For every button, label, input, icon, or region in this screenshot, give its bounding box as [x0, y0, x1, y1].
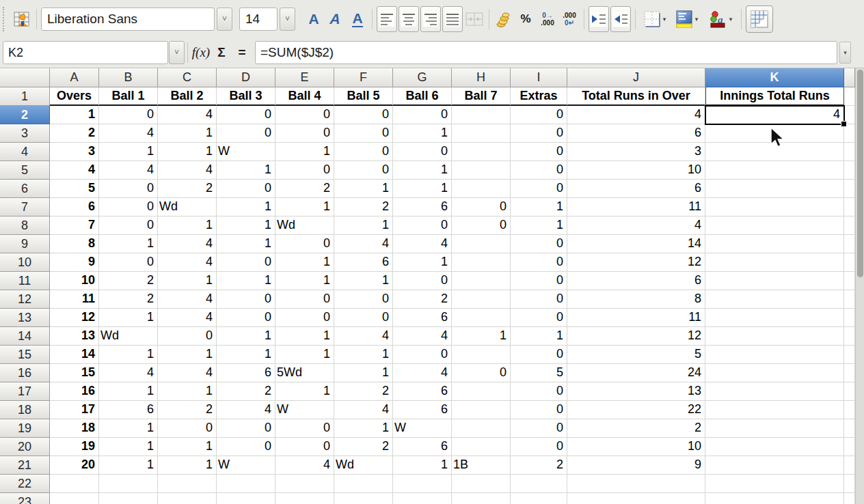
- cell-C17[interactable]: 1: [158, 382, 217, 401]
- cell-D13[interactable]: 0: [217, 309, 275, 327]
- row-header-19[interactable]: 19: [0, 419, 50, 438]
- cell-D8[interactable]: 1: [217, 216, 275, 235]
- row-header-1[interactable]: 1: [0, 87, 50, 106]
- cell-E21[interactable]: 4: [275, 456, 334, 475]
- formula-input[interactable]: =SUM($J$2): [255, 41, 837, 64]
- cell-H17[interactable]: [452, 382, 511, 401]
- cell-F18[interactable]: 4: [334, 401, 393, 419]
- cell-K20[interactable]: [705, 438, 844, 456]
- cell-E11[interactable]: 1: [275, 272, 334, 290]
- cell-C10[interactable]: 4: [158, 253, 217, 272]
- column-header-E[interactable]: E: [275, 68, 334, 87]
- cell-A19[interactable]: 18: [50, 419, 99, 438]
- cell-I8[interactable]: 1: [511, 216, 567, 235]
- cell-sliver-17[interactable]: [844, 382, 855, 401]
- align-center-button[interactable]: [399, 6, 419, 32]
- cell-F22[interactable]: [334, 475, 393, 493]
- cell-sliver-19[interactable]: [844, 419, 855, 438]
- cell-J1[interactable]: Total Runs in Over: [567, 87, 705, 106]
- cell-A22[interactable]: [50, 475, 99, 493]
- cell-G13[interactable]: 6: [393, 309, 452, 327]
- cell-I14[interactable]: 1: [511, 327, 567, 346]
- cell-C2[interactable]: 4: [158, 106, 217, 124]
- cell-G9[interactable]: 4: [393, 235, 452, 253]
- cell-K15[interactable]: [705, 346, 844, 364]
- toolbar-grip[interactable]: [3, 7, 8, 31]
- cell-A8[interactable]: 7: [50, 216, 99, 235]
- column-header-D[interactable]: D: [217, 68, 275, 87]
- cell-C14[interactable]: 0: [158, 327, 217, 346]
- cell-E10[interactable]: 1: [275, 253, 334, 272]
- cell-sliver-12[interactable]: [844, 290, 855, 309]
- cell-D2[interactable]: 0: [217, 106, 275, 124]
- cell-F20[interactable]: 2: [334, 438, 393, 456]
- cell-A20[interactable]: 19: [50, 438, 99, 456]
- cell-B4[interactable]: 1: [99, 143, 158, 161]
- cell-K14[interactable]: [705, 327, 844, 346]
- column-header-F[interactable]: F: [334, 68, 393, 87]
- row-header-11[interactable]: 11: [0, 272, 50, 290]
- cell-D3[interactable]: 0: [217, 124, 275, 143]
- cell-sliver-10[interactable]: [844, 253, 855, 272]
- row-header-3[interactable]: 3: [0, 124, 50, 143]
- cell-sliver-7[interactable]: [844, 198, 855, 216]
- column-header-sliver[interactable]: [844, 68, 855, 87]
- cell-sliver-15[interactable]: [844, 346, 855, 364]
- cell-A5[interactable]: 4: [50, 161, 99, 180]
- cell-F7[interactable]: 2: [334, 198, 393, 216]
- cell-E6[interactable]: 2: [275, 180, 334, 198]
- cell-B5[interactable]: 4: [99, 161, 158, 180]
- cell-sliver-18[interactable]: [844, 401, 855, 419]
- cell-B23[interactable]: [99, 493, 158, 504]
- cell-B21[interactable]: 1: [99, 456, 158, 475]
- cell-J8[interactable]: 4: [567, 216, 705, 235]
- cell-C9[interactable]: 4: [158, 235, 217, 253]
- cell-D5[interactable]: 1: [217, 161, 275, 180]
- cell-I21[interactable]: 2: [511, 456, 567, 475]
- cell-D7[interactable]: 1: [217, 198, 275, 216]
- cell-G3[interactable]: 1: [393, 124, 452, 143]
- cell-H7[interactable]: 0: [452, 198, 511, 216]
- cell-C16[interactable]: 4: [158, 364, 217, 382]
- cell-E1[interactable]: Ball 4: [275, 87, 334, 106]
- cell-C11[interactable]: 1: [158, 272, 217, 290]
- cell-G21[interactable]: 1: [393, 456, 452, 475]
- cell-B19[interactable]: 1: [99, 419, 158, 438]
- cell-A17[interactable]: 16: [50, 382, 99, 401]
- cell-D6[interactable]: 0: [217, 180, 275, 198]
- cell-K13[interactable]: [705, 309, 844, 327]
- cell-B1[interactable]: Ball 1: [99, 87, 158, 106]
- cell-I4[interactable]: 0: [511, 143, 567, 161]
- cell-C12[interactable]: 4: [158, 290, 217, 309]
- cell-B16[interactable]: 4: [99, 364, 158, 382]
- cell-C22[interactable]: [158, 475, 217, 493]
- row-header-18[interactable]: 18: [0, 401, 50, 419]
- font-name-combobox[interactable]: Liberation Sans: [41, 8, 215, 31]
- row-header-23[interactable]: 23: [0, 493, 50, 504]
- cell-D10[interactable]: 0: [217, 253, 275, 272]
- expand-formula-bar-button[interactable]: ▾: [839, 42, 851, 64]
- cell-C23[interactable]: [158, 493, 217, 504]
- cell-sliver-11[interactable]: [844, 272, 855, 290]
- row-header-7[interactable]: 7: [0, 198, 50, 216]
- cell-I23[interactable]: [511, 493, 567, 504]
- cell-E8[interactable]: Wd: [275, 216, 334, 235]
- cell-B7[interactable]: 0: [99, 198, 158, 216]
- cell-G16[interactable]: 4: [393, 364, 452, 382]
- cell-I13[interactable]: 0: [511, 309, 567, 327]
- cell-sliver-1[interactable]: [844, 87, 855, 106]
- cell-I22[interactable]: [511, 475, 567, 493]
- cell-sliver-23[interactable]: [844, 493, 855, 504]
- row-header-20[interactable]: 20: [0, 438, 50, 456]
- sidebar-toggle-button[interactable]: [12, 6, 32, 32]
- cell-B10[interactable]: 0: [99, 253, 158, 272]
- cell-E19[interactable]: 0: [275, 419, 334, 438]
- bold-button[interactable]: A: [303, 6, 324, 32]
- borders-button[interactable]: ▾: [640, 6, 670, 32]
- cell-G7[interactable]: 6: [393, 198, 452, 216]
- cell-K17[interactable]: [705, 382, 844, 401]
- cell-A11[interactable]: 10: [50, 272, 99, 290]
- cell-K1[interactable]: Innings Total Runs: [705, 87, 844, 106]
- cell-A16[interactable]: 15: [50, 364, 99, 382]
- cell-D22[interactable]: [217, 475, 275, 493]
